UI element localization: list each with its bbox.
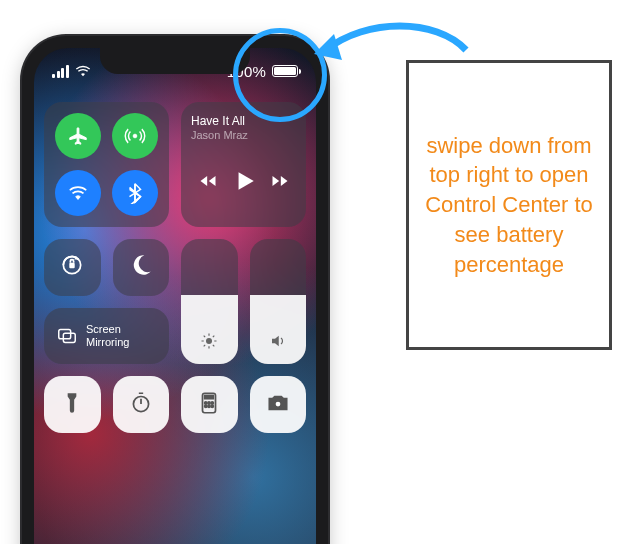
wifi-button[interactable]	[55, 170, 101, 216]
svg-rect-8	[205, 395, 214, 398]
cellular-data-button[interactable]	[112, 113, 158, 159]
cellular-icon	[124, 125, 146, 147]
connectivity-tile[interactable]	[44, 102, 169, 227]
moon-icon	[128, 252, 154, 278]
svg-point-15	[275, 400, 282, 407]
svg-point-3	[206, 338, 212, 344]
play-icon	[231, 168, 257, 194]
phone-screen: 100%	[34, 48, 316, 544]
orientation-lock-button[interactable]	[44, 239, 101, 296]
flashlight-icon	[59, 390, 85, 416]
flashlight-button[interactable]	[44, 376, 101, 433]
airplane-icon	[67, 125, 89, 147]
volume-icon	[269, 332, 287, 354]
brightness-slider[interactable]	[181, 239, 238, 364]
forward-icon	[270, 171, 290, 191]
airplane-mode-button[interactable]	[55, 113, 101, 159]
music-prev-button[interactable]	[198, 171, 218, 195]
svg-rect-5	[63, 333, 75, 342]
music-artist: Jason Mraz	[191, 129, 296, 141]
notch	[100, 48, 250, 74]
screen-mirroring-label: Screen Mirroring	[86, 323, 129, 348]
brightness-icon	[200, 332, 218, 354]
screen-mirroring-button[interactable]: Screen Mirroring	[44, 308, 169, 365]
svg-point-9	[205, 401, 207, 403]
svg-rect-4	[59, 329, 71, 338]
cellular-signal-icon	[52, 65, 69, 78]
svg-point-12	[205, 405, 207, 407]
music-play-button[interactable]	[231, 168, 257, 198]
camera-button[interactable]	[250, 376, 307, 433]
wifi-icon	[67, 182, 89, 204]
control-center: Have It All Jason Mraz	[44, 102, 306, 433]
svg-point-0	[133, 134, 137, 138]
svg-point-13	[208, 405, 210, 407]
svg-rect-2	[70, 263, 75, 268]
calculator-button[interactable]	[181, 376, 238, 433]
screen-mirroring-icon	[56, 325, 78, 347]
volume-slider[interactable]	[250, 239, 307, 364]
svg-point-11	[211, 401, 213, 403]
music-track-title: Have It All	[191, 114, 296, 128]
battery-icon	[272, 65, 298, 77]
music-next-button[interactable]	[270, 171, 290, 195]
bluetooth-button[interactable]	[112, 170, 158, 216]
camera-icon	[265, 390, 291, 416]
instruction-text: swipe down from top right to open Contro…	[425, 131, 593, 279]
orientation-lock-icon	[59, 252, 85, 278]
music-tile[interactable]: Have It All Jason Mraz	[181, 102, 306, 227]
calculator-icon	[196, 390, 222, 416]
bluetooth-icon	[124, 182, 146, 204]
wifi-status-icon	[75, 65, 91, 77]
backward-icon	[198, 171, 218, 191]
do-not-disturb-button[interactable]	[113, 239, 170, 296]
phone-frame: 100%	[22, 36, 328, 544]
instruction-callout: swipe down from top right to open Contro…	[406, 60, 612, 350]
svg-point-14	[211, 405, 213, 407]
timer-button[interactable]	[113, 376, 170, 433]
timer-icon	[128, 390, 154, 416]
svg-point-10	[208, 401, 210, 403]
